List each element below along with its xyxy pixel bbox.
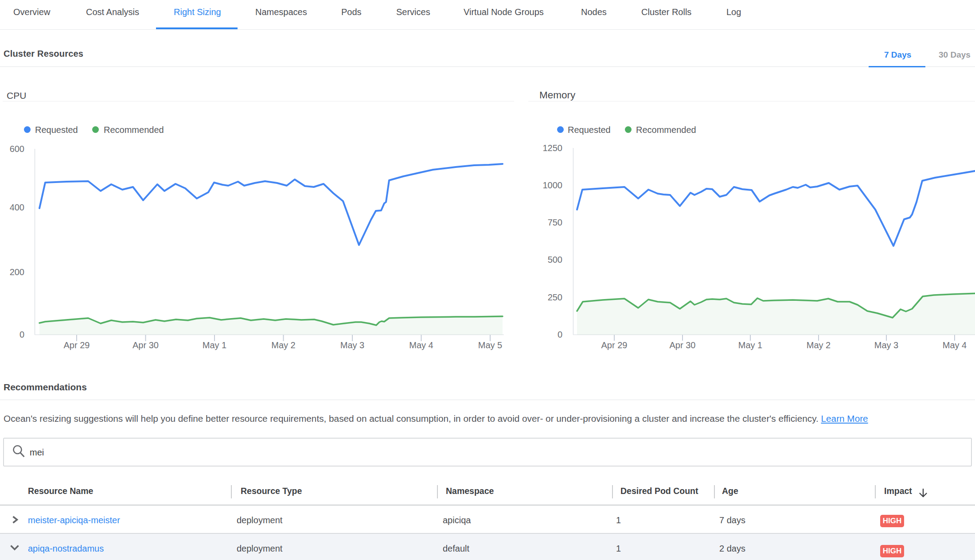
svg-text:600: 600 <box>10 144 24 154</box>
svg-text:0: 0 <box>558 330 562 339</box>
svg-text:May 3: May 3 <box>874 340 898 350</box>
svg-text:May 2: May 2 <box>807 340 831 350</box>
svg-text:May 5: May 5 <box>478 340 502 350</box>
svg-text:May 2: May 2 <box>271 340 295 350</box>
svg-text:May 4: May 4 <box>943 340 967 350</box>
svg-text:May 1: May 1 <box>738 340 762 350</box>
svg-text:1000: 1000 <box>543 180 563 190</box>
svg-text:May 3: May 3 <box>340 340 364 350</box>
svg-text:Apr 30: Apr 30 <box>133 340 159 350</box>
svg-text:May 4: May 4 <box>409 340 433 350</box>
svg-text:Apr 29: Apr 29 <box>601 340 628 350</box>
svg-text:0: 0 <box>20 330 24 339</box>
svg-text:200: 200 <box>10 267 24 277</box>
svg-text:1250: 1250 <box>543 143 563 153</box>
svg-text:750: 750 <box>548 218 562 227</box>
svg-text:Apr 30: Apr 30 <box>670 340 696 350</box>
svg-text:Apr 29: Apr 29 <box>64 340 90 350</box>
svg-text:May 1: May 1 <box>203 340 226 350</box>
svg-text:250: 250 <box>548 292 562 302</box>
svg-text:400: 400 <box>10 202 24 212</box>
svg-text:500: 500 <box>548 255 562 264</box>
